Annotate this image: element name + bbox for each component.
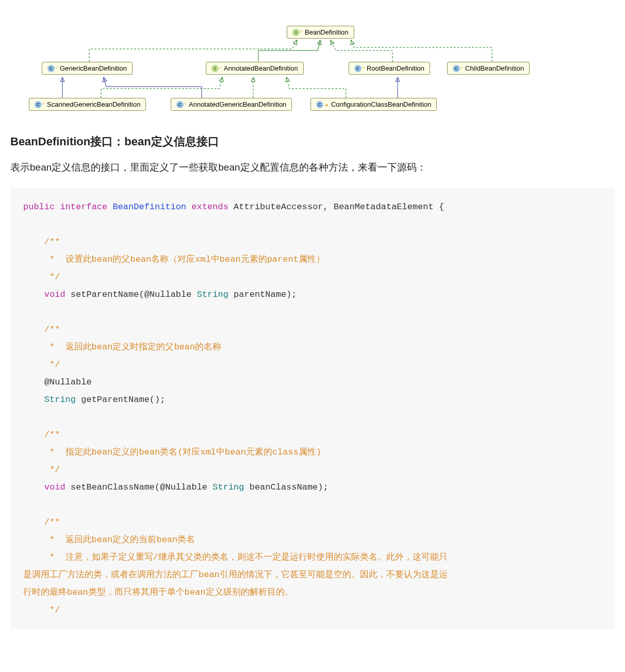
code-comment: * 返回此bean定义时指定的父bean的名称 xyxy=(44,342,221,352)
code-text: setBeanClassName(@Nullable xyxy=(65,482,213,492)
code-comment: */ xyxy=(44,605,60,615)
code-text: @Nullable xyxy=(44,377,92,387)
code-keyword: public xyxy=(23,202,55,212)
sub-icon: ᵇ xyxy=(220,66,222,71)
code-keyword: void xyxy=(44,290,65,299)
code-comment: */ xyxy=(44,465,60,475)
uml-label: BeanDefinition xyxy=(305,28,349,36)
code-text: beanClassName); xyxy=(244,482,328,492)
uml-label: AnnotatedBeanDefinition xyxy=(224,64,298,72)
code-comment: * 返回此bean定义的当前bean类名 xyxy=(44,535,195,545)
code-block: public interface BeanDefinition extends … xyxy=(10,188,615,629)
uml-box-gbd: CᵇGenericBeanDefinition xyxy=(42,62,133,75)
uml-label: AnnotatedGenericBeanDefinition xyxy=(189,100,286,108)
code-comment: /** xyxy=(44,325,60,334)
code-type: String xyxy=(212,482,244,492)
code-comment: * 设置此bean的父bean名称（对应xml中bean元素的parent属性） xyxy=(44,255,325,264)
uml-label: RootBeanDefinition xyxy=(367,64,424,72)
code-text: parentName); xyxy=(228,290,297,299)
code-text: AttributeAccessor, BeanMetadataElement { xyxy=(234,202,444,212)
uml-label: ChildBeanDefinition xyxy=(465,64,524,72)
code-text: setParentName(@Nullable xyxy=(65,290,197,299)
interface-icon: I xyxy=(211,65,219,72)
uml-label: ScannedGenericBeanDefinition xyxy=(47,100,140,108)
body-paragraph: 表示bean定义信息的接口，里面定义了一些获取bean定义配置信息的各种方法，来… xyxy=(10,160,615,175)
code-comment: /** xyxy=(44,237,60,247)
sub-icon: ᵇ xyxy=(185,102,187,107)
code-comment: */ xyxy=(44,272,60,282)
code-classname: BeanDefinition xyxy=(112,202,186,212)
class-icon: C xyxy=(35,101,42,108)
uml-box-agbd: CᵇAnnotatedGenericBeanDefinition xyxy=(171,98,292,111)
uml-label: ConfigurationClassBeanDefinition xyxy=(331,100,431,108)
sub-icon: ᵇ xyxy=(43,102,45,107)
uml-box-rbd: CᵇRootBeanDefinition xyxy=(349,62,430,75)
sub-icon: ᵇ xyxy=(301,30,303,35)
code-comment: /** xyxy=(44,517,60,527)
class-diagram: IᵇBeanDefinitionCᵇGenericBeanDefinitionI… xyxy=(11,10,614,113)
uml-box-sgbd: CᵇScannedGenericBeanDefinition xyxy=(29,98,146,111)
class-icon: C xyxy=(316,101,323,108)
code-comment: 是调用工厂方法的类，或者在调用方法的工厂bean引用的情况下，它甚至可能是空的。… xyxy=(23,570,448,580)
code-type: String xyxy=(44,395,76,405)
code-comment: /** xyxy=(44,430,60,440)
sub-icon: ᵇ xyxy=(56,66,58,71)
code-keyword: extends xyxy=(191,202,228,212)
uml-label: GenericBeanDefinition xyxy=(60,64,127,72)
uml-box-abd: IᵇAnnotatedBeanDefinition xyxy=(206,62,304,75)
section-heading: BeanDefinition接口：bean定义信息接口 xyxy=(10,134,615,149)
code-comment: * 注意，如果子定义重写/继承其父类的类名，则这不一定是运行时使用的实际类名。此… xyxy=(44,552,448,562)
class-icon: C xyxy=(453,65,460,72)
code-text: getParentName(); xyxy=(76,395,165,405)
class-icon: C xyxy=(354,65,361,72)
code-comment: 行时的最终bean类型，而只将其用于单个bean定义级别的解析目的。 xyxy=(23,587,293,597)
code-comment: * 指定此bean定义的bean类名(对应xml中bean元素的class属性) xyxy=(44,447,321,457)
uml-box-cbd: CᵇChildBeanDefinition xyxy=(447,62,530,75)
interface-icon: I xyxy=(292,29,300,36)
class-icon: C xyxy=(176,101,184,108)
code-keyword: void xyxy=(44,482,65,492)
sub-icon: ᵇ xyxy=(363,66,365,71)
code-comment: */ xyxy=(44,360,60,369)
impl-icon: ▲ xyxy=(324,102,329,107)
class-icon: C xyxy=(47,65,55,72)
code-type: String xyxy=(197,290,228,299)
uml-box-bd: IᵇBeanDefinition xyxy=(287,26,354,39)
code-keyword: interface xyxy=(60,202,107,212)
sub-icon: ᵇ xyxy=(461,66,463,71)
uml-box-ccbd: C▲ConfigurationClassBeanDefinition xyxy=(310,98,437,111)
